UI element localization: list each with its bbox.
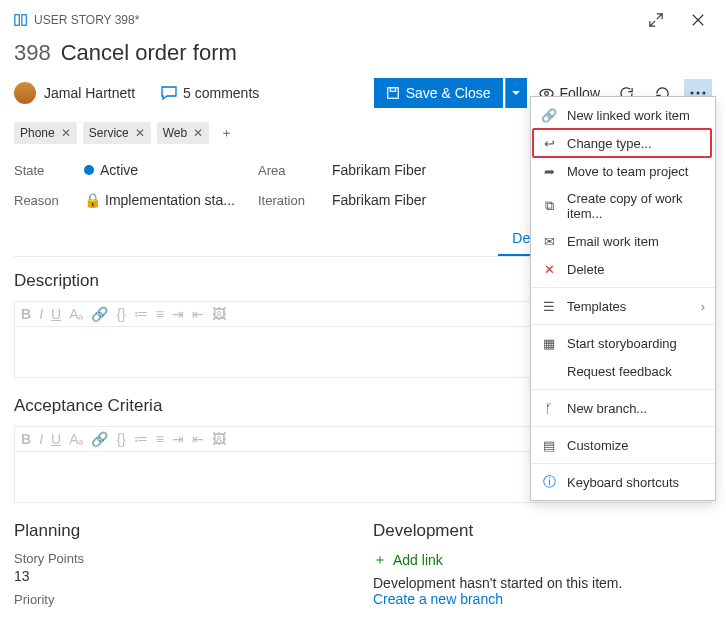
reason-field[interactable]: 🔒Implementation sta... <box>84 192 244 208</box>
planning-header: Planning <box>14 521 353 541</box>
lock-icon: 🔒 <box>84 192 101 208</box>
svg-point-5 <box>544 91 548 95</box>
email-icon: ✉ <box>541 233 557 249</box>
branch-icon: ᚶ <box>541 400 557 416</box>
menu-change-type[interactable]: ↩Change type... <box>531 129 715 157</box>
change-type-icon: ↩ <box>541 135 557 151</box>
customize-icon: ▤ <box>541 437 557 453</box>
comments-link[interactable]: 5 comments <box>161 85 259 101</box>
expand-icon[interactable] <box>642 6 670 34</box>
svg-rect-1 <box>22 15 26 26</box>
menu-templates[interactable]: ☰Templates› <box>531 292 715 320</box>
state-label: State <box>14 163 70 178</box>
development-header: Development <box>373 521 712 541</box>
link-icon: 🔗 <box>541 107 557 123</box>
comments-count: 5 comments <box>183 85 259 101</box>
plus-icon: ＋ <box>373 551 387 569</box>
delete-icon: ✕ <box>541 261 557 277</box>
tag-service[interactable]: Service✕ <box>83 122 151 144</box>
svg-point-7 <box>697 92 700 95</box>
state-dot-icon <box>84 165 94 175</box>
save-dropdown-button[interactable] <box>505 78 527 108</box>
menu-customize[interactable]: ▤Customize <box>531 431 715 459</box>
close-icon[interactable]: ✕ <box>61 126 71 140</box>
assignee-name: Jamal Hartnett <box>44 85 135 101</box>
avatar <box>14 82 36 104</box>
menu-new-linked[interactable]: 🔗New linked work item <box>531 101 715 129</box>
menu-feedback[interactable]: Request feedback <box>531 357 715 385</box>
move-icon: ➦ <box>541 163 557 179</box>
iteration-label: Iteration <box>258 193 318 208</box>
svg-rect-2 <box>387 88 398 99</box>
menu-move[interactable]: ➦Move to team project <box>531 157 715 185</box>
close-icon[interactable] <box>684 6 712 34</box>
workitem-id: 398 <box>14 40 51 66</box>
tag-web[interactable]: Web✕ <box>157 122 209 144</box>
area-label: Area <box>258 163 318 178</box>
tag-phone[interactable]: Phone✕ <box>14 122 77 144</box>
state-field[interactable]: Active <box>84 162 244 178</box>
menu-copy[interactable]: ⧉Create copy of work item... <box>531 185 715 227</box>
menu-branch[interactable]: ᚶNew branch... <box>531 394 715 422</box>
templates-icon: ☰ <box>541 298 557 314</box>
save-button[interactable]: Save & Close <box>374 78 503 108</box>
menu-storyboard[interactable]: ▦Start storyboarding <box>531 329 715 357</box>
development-text: Development hasn't started on this item. <box>373 575 712 591</box>
assignee-picker[interactable]: Jamal Hartnett <box>14 82 135 104</box>
close-icon[interactable]: ✕ <box>193 126 203 140</box>
reason-label: Reason <box>14 193 70 208</box>
svg-point-6 <box>691 92 694 95</box>
menu-email[interactable]: ✉Email work item <box>531 227 715 255</box>
svg-rect-3 <box>390 88 395 92</box>
area-field[interactable]: Fabrikam Fiber <box>332 162 532 178</box>
menu-shortcuts[interactable]: ⓘKeyboard shortcuts <box>531 468 715 496</box>
more-actions-menu: 🔗New linked work item ↩Change type... ➦M… <box>530 96 716 501</box>
feedback-icon <box>541 363 557 379</box>
create-branch-link[interactable]: Create a new branch <box>373 591 712 607</box>
svg-point-8 <box>703 92 706 95</box>
iteration-field[interactable]: Fabrikam Fiber <box>332 192 532 208</box>
chevron-right-icon: › <box>701 299 705 314</box>
story-points-label: Story Points <box>14 551 353 566</box>
storyboard-icon: ▦ <box>541 335 557 351</box>
add-link-button[interactable]: ＋ Add link <box>373 551 712 569</box>
breadcrumb-type: USER STORY 398* <box>34 13 139 27</box>
menu-delete[interactable]: ✕Delete <box>531 255 715 283</box>
add-tag-button[interactable]: ＋ <box>215 122 237 144</box>
svg-rect-0 <box>15 15 19 26</box>
info-icon: ⓘ <box>541 474 557 490</box>
workitem-title[interactable]: Cancel order form <box>61 40 237 66</box>
priority-label: Priority <box>14 592 353 607</box>
work-item-type-icon <box>14 13 28 27</box>
story-points-value[interactable]: 13 <box>14 568 353 584</box>
copy-icon: ⧉ <box>541 198 557 214</box>
close-icon[interactable]: ✕ <box>135 126 145 140</box>
